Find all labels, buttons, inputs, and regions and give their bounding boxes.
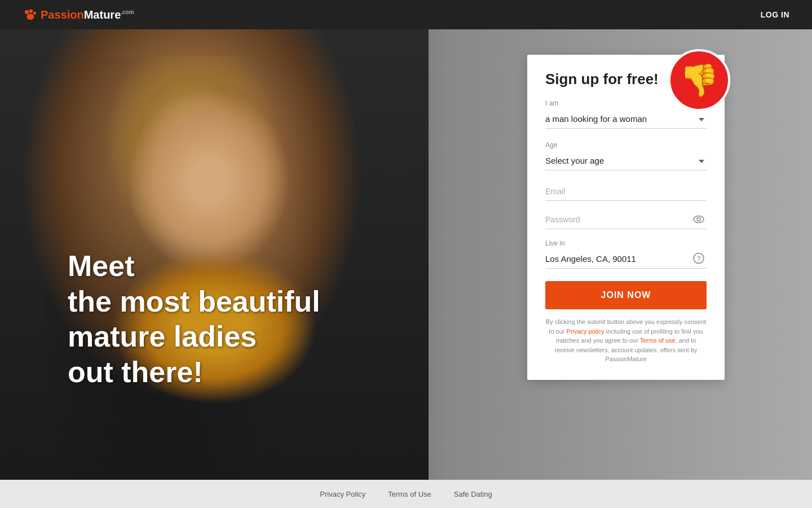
- password-field-group: [545, 211, 707, 229]
- live-in-input-wrapper: ?: [545, 251, 707, 269]
- tagline-line2: the most beautiful: [68, 284, 320, 319]
- tagline-line3: mature ladies: [68, 319, 320, 354]
- svg-point-3: [27, 14, 34, 20]
- thumbs-badge: 👎: [668, 49, 730, 111]
- eye-icon[interactable]: [693, 214, 704, 226]
- tagline: Meet the most beautiful mature ladies ou…: [68, 248, 320, 389]
- live-in-field-group: Live in ?: [545, 239, 707, 269]
- age-field-group: Age Select your age 181920 253035 404550…: [545, 141, 707, 181]
- consent-text: By clicking the submit button above you …: [545, 317, 707, 364]
- email-field-group: [545, 183, 707, 201]
- join-button[interactable]: JOIN NOW: [545, 281, 707, 309]
- svg-text:?: ?: [696, 255, 700, 263]
- svg-point-0: [25, 10, 29, 14]
- svg-point-4: [694, 216, 704, 223]
- svg-point-1: [29, 9, 33, 12]
- thumbs-down-icon: 👎: [679, 64, 719, 96]
- live-in-input[interactable]: [545, 251, 707, 269]
- main-area: Meet the most beautiful mature ladies ou…: [0, 29, 812, 480]
- tagline-line1: Meet: [68, 248, 320, 283]
- svg-point-5: [697, 218, 700, 221]
- logo-icon: [23, 9, 38, 20]
- email-input[interactable]: [545, 183, 707, 201]
- i-am-select[interactable]: a man looking for a woman a woman lookin…: [545, 111, 707, 129]
- age-select[interactable]: Select your age 181920 253035 404550 556…: [545, 152, 707, 170]
- live-in-label: Live in: [545, 239, 707, 247]
- privacy-policy-link[interactable]: Privacy policy: [567, 328, 604, 335]
- header: PassionMature.com LOG IN: [0, 0, 812, 29]
- terms-of-use-link[interactable]: Terms of use: [640, 337, 676, 344]
- footer-terms-link[interactable]: Terms of Use: [388, 490, 431, 498]
- footer-privacy-link[interactable]: Privacy Policy: [320, 490, 365, 498]
- logo-text: PassionMature.com: [41, 8, 134, 21]
- footer-safe-dating-link[interactable]: Safe Dating: [454, 490, 492, 498]
- password-input[interactable]: [545, 211, 707, 229]
- help-icon[interactable]: ?: [693, 253, 704, 267]
- logo: PassionMature.com: [23, 8, 134, 21]
- tagline-line4: out there!: [68, 354, 320, 389]
- login-button[interactable]: LOG IN: [761, 10, 789, 19]
- svg-point-2: [33, 12, 36, 15]
- age-label: Age: [545, 141, 707, 149]
- signup-card: 👎 Sign up for free! I am a man looking f…: [527, 55, 725, 380]
- footer: Privacy Policy Terms of Use Safe Dating: [0, 480, 812, 508]
